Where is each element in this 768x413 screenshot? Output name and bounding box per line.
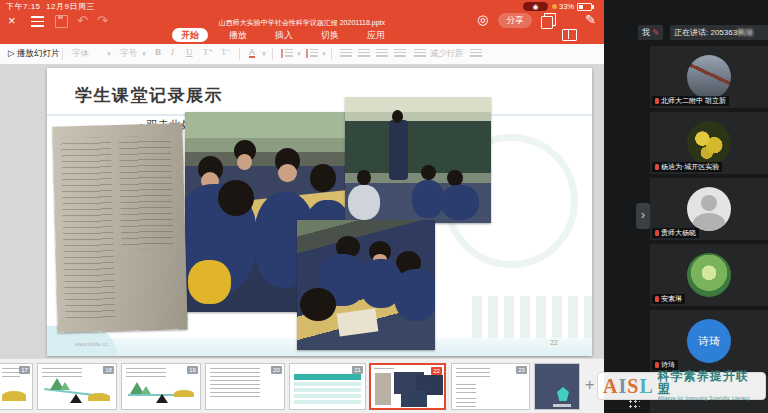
reduce-spacing-button[interactable]: 减少行距 [430,48,464,60]
grid-dots-icon[interactable] [628,399,640,410]
avatar-yellow-flowers [687,121,731,165]
save-icon[interactable] [55,15,68,28]
tab-play[interactable]: 播放 [220,28,256,42]
thumbnail-slide-22-selected[interactable]: 22 [369,363,446,410]
face [278,164,296,182]
screen: 下午7:15 12月9日周三 ◉ 33% × ↶ ↷ 山西师大实验中学社会性科学… [0,0,768,413]
slide-number-badge: 19 [187,366,198,374]
thumb-mountain [60,382,70,390]
indent-icon[interactable] [470,49,482,58]
handwritten-notes-photo[interactable] [52,123,187,332]
jacket [412,180,444,218]
tab-apps[interactable]: 应用 [358,28,394,42]
chevron-down-icon: ▼ [261,51,267,57]
thumb-hill [88,393,110,401]
ink-pen-icon[interactable]: ✎ [585,13,596,27]
slide-number-badge: 22 [431,367,442,375]
ribbon-tabs: 开始 播放 插入 切换 应用 [0,28,604,44]
speaking-name: 枫瑞 [737,28,753,37]
align-center-icon[interactable] [358,49,370,58]
face [237,154,252,170]
play-slideshow-button[interactable]: ▷ 播放幻灯片 [8,48,59,60]
thumb-hill [174,390,194,397]
speaking-indicator: 正在讲话: 205363枫瑞 [670,25,768,40]
slide-number-badge: 18 [103,366,114,374]
expand-panel-chevron[interactable]: › [636,203,650,229]
chevron-down-icon: ▼ [321,51,327,57]
thumbnail-slide-thankyou[interactable] [534,363,580,410]
thumbnail-slide-21[interactable]: 21 [289,363,366,410]
underline-button[interactable]: U [186,47,193,57]
mic-icon [655,164,659,170]
orange-privacy-dot [552,4,557,9]
participant-tile[interactable]: 诗琦 诗琦 [650,310,768,372]
slide-number-badge: 23 [516,366,527,374]
italic-button[interactable]: I [171,47,174,57]
thumb-hill [2,391,26,401]
head [218,180,254,216]
chevron-down-icon: ▼ [141,51,147,57]
tab-insert[interactable]: 插入 [266,28,302,42]
participant-tile[interactable]: 杨迪为·城开区实验 [650,112,768,174]
logo-english-text: Alliance for Improving Scientific Litera… [658,396,760,402]
add-slide-button[interactable]: + [585,377,594,393]
status-time: 下午7:15 [6,2,41,11]
align-right-icon[interactable] [376,49,388,58]
thumbnail-slide-23[interactable]: 23 [451,363,530,410]
thumbnail-slide-19[interactable]: 19 [121,363,201,410]
avatar-initials: 诗琦 [698,334,720,349]
thumbnail-slide-17[interactable]: 17 [0,363,33,410]
mic-icon [655,230,659,236]
thumb-text [42,368,82,378]
participant-name: 贵师大杨晓 [652,228,699,238]
bullet-list-icon[interactable] [281,49,293,58]
thumb-text [456,398,476,408]
slide-filmstrip: 17 18 19 [0,358,604,413]
logo-letter-s: S [627,376,638,396]
font-color-button[interactable]: A [249,47,255,57]
align-left-icon[interactable] [340,49,352,58]
thumb-globe-hand-glyph [557,387,569,401]
shrink-font-button[interactable]: T⁻ [221,47,231,57]
font-size-select[interactable]: 字号 [120,48,137,60]
align-justify-icon[interactable] [394,49,406,58]
font-family-select[interactable]: 字体 [72,48,89,60]
thumb-notes-photo [375,373,391,405]
participant-tile[interactable]: 安素琳 [650,244,768,306]
slide-page-number: 22 [550,339,558,346]
document-title: 山西师大实验中学社会性科学议题汇报 20201118.pptx [148,18,385,28]
thumb-table-row [294,394,361,398]
thumb-text [456,368,490,378]
participant-tile[interactable]: 贵师大杨晓 [650,178,768,240]
grow-font-button[interactable]: T⁺ [203,47,213,57]
classroom-photo-teacher[interactable] [345,97,491,223]
participant-tile[interactable]: 北师大二附中 胡立新 [650,46,768,108]
app-header: 下午7:15 12月9日周三 ◉ 33% × ↶ ↷ 山西师大实验中学社会性科学… [0,0,604,44]
status-bar: 下午7:15 12月9日周三 [6,1,95,12]
bold-button[interactable]: B [155,47,161,57]
redo-icon[interactable]: ↷ [97,14,108,28]
line-spacing-icon[interactable] [414,49,426,58]
classroom-photo-reading[interactable] [297,220,435,350]
thumb-fulcrum [156,394,168,403]
logo-letter-l: L [639,376,652,396]
thumb-table-header [294,374,361,380]
close-icon[interactable]: × [8,14,16,28]
current-slide[interactable]: 学生课堂记录展示 • 双击此处添加文本 [47,68,592,356]
slide-canvas: 学生课堂记录展示 • 双击此处添加文本 [0,64,604,358]
screen-recording-indicator[interactable]: ◉ [523,2,548,11]
menu-icon[interactable] [31,16,44,27]
slide-title: 学生课堂记录展示 [75,84,223,107]
tab-home[interactable]: 开始 [172,28,208,42]
thumbnail-slide-20[interactable]: 20 [205,363,285,410]
numbered-list-icon[interactable] [306,49,318,58]
undo-icon[interactable]: ↶ [77,14,88,28]
thumbnail-slide-18[interactable]: 18 [37,363,117,410]
me-label[interactable]: 我 ✎ [638,25,663,40]
thumb-mountain [141,386,151,394]
divider [239,48,240,60]
tab-transition[interactable]: 切换 [312,28,348,42]
laser-pointer-icon[interactable]: ◎ [477,13,488,27]
share-button[interactable]: 分享 [498,13,532,28]
slide-number-badge: 20 [271,366,282,374]
